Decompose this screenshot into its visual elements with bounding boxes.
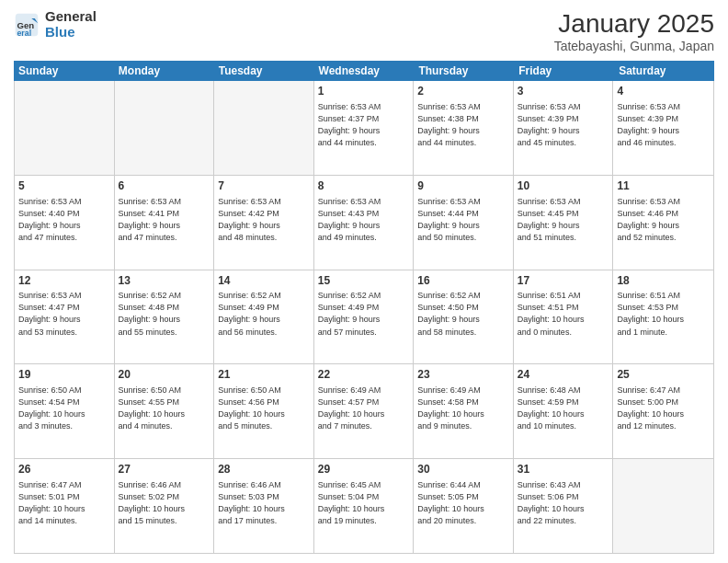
day-number: 28 (218, 462, 310, 477)
day-info: Sunrise: 6:52 AM Sunset: 4:49 PM Dayligh… (218, 290, 310, 338)
cal-cell-4-3: 29Sunrise: 6:45 AM Sunset: 5:04 PM Dayli… (314, 459, 415, 553)
day-info: Sunrise: 6:52 AM Sunset: 4:50 PM Dayligh… (417, 290, 509, 338)
cal-cell-4-1: 27Sunrise: 6:46 AM Sunset: 5:02 PM Dayli… (115, 459, 215, 553)
day-number: 22 (318, 367, 410, 383)
day-number: 4 (617, 84, 710, 99)
week-row-1: 5Sunrise: 6:53 AM Sunset: 4:40 PM Daylig… (15, 176, 713, 270)
day-info: Sunrise: 6:53 AM Sunset: 4:40 PM Dayligh… (18, 196, 110, 244)
day-number: 7 (218, 178, 310, 194)
day-info: Sunrise: 6:53 AM Sunset: 4:43 PM Dayligh… (318, 196, 410, 244)
day-info: Sunrise: 6:46 AM Sunset: 5:03 PM Dayligh… (218, 479, 310, 527)
day-number: 2 (417, 84, 509, 99)
day-info: Sunrise: 6:53 AM Sunset: 4:47 PM Dayligh… (18, 290, 110, 338)
day-number: 12 (18, 273, 110, 289)
day-number: 13 (119, 273, 210, 289)
day-info: Sunrise: 6:47 AM Sunset: 5:00 PM Dayligh… (617, 385, 710, 432)
cal-cell-4-4: 30Sunrise: 6:44 AM Sunset: 5:05 PM Dayli… (414, 459, 514, 553)
cal-cell-2-4: 16Sunrise: 6:52 AM Sunset: 4:50 PM Dayli… (414, 270, 514, 364)
day-number: 16 (417, 273, 509, 289)
cal-cell-1-6: 11Sunrise: 6:53 AM Sunset: 4:46 PM Dayli… (613, 176, 713, 270)
logo-blue: Blue (45, 25, 97, 40)
day-header-monday: Monday (114, 61, 214, 81)
day-header-friday: Friday (514, 61, 614, 81)
day-info: Sunrise: 6:52 AM Sunset: 4:48 PM Dayligh… (119, 290, 210, 338)
day-info: Sunrise: 6:49 AM Sunset: 4:57 PM Dayligh… (318, 385, 410, 432)
day-number: 5 (18, 178, 110, 194)
cal-cell-0-4: 2Sunrise: 6:53 AM Sunset: 4:38 PM Daylig… (414, 81, 514, 175)
cal-cell-3-0: 19Sunrise: 6:50 AM Sunset: 4:54 PM Dayli… (15, 364, 115, 458)
day-info: Sunrise: 6:53 AM Sunset: 4:39 PM Dayligh… (617, 101, 710, 149)
day-number: 23 (417, 367, 509, 383)
day-number: 8 (318, 178, 410, 194)
cal-cell-1-3: 8Sunrise: 6:53 AM Sunset: 4:43 PM Daylig… (314, 176, 415, 270)
cal-cell-2-0: 12Sunrise: 6:53 AM Sunset: 4:47 PM Dayli… (15, 270, 115, 364)
calendar: SundayMondayTuesdayWednesdayThursdayFrid… (14, 61, 714, 554)
cal-cell-2-2: 14Sunrise: 6:52 AM Sunset: 4:49 PM Dayli… (214, 270, 314, 364)
week-row-2: 12Sunrise: 6:53 AM Sunset: 4:47 PM Dayli… (15, 270, 713, 365)
day-info: Sunrise: 6:53 AM Sunset: 4:37 PM Dayligh… (318, 101, 410, 149)
day-number: 18 (617, 273, 710, 289)
day-number: 1 (318, 84, 410, 99)
day-number: 19 (18, 367, 110, 383)
cal-cell-2-3: 15Sunrise: 6:52 AM Sunset: 4:49 PM Dayli… (314, 270, 415, 364)
day-number: 25 (617, 367, 710, 383)
day-number: 17 (518, 273, 609, 289)
day-info: Sunrise: 6:53 AM Sunset: 4:39 PM Dayligh… (518, 101, 609, 149)
day-info: Sunrise: 6:44 AM Sunset: 5:05 PM Dayligh… (417, 479, 509, 527)
day-header-wednesday: Wednesday (314, 61, 415, 81)
day-info: Sunrise: 6:48 AM Sunset: 4:59 PM Dayligh… (518, 385, 609, 432)
cal-cell-1-2: 7Sunrise: 6:53 AM Sunset: 4:42 PM Daylig… (214, 176, 314, 270)
day-header-sunday: Sunday (14, 61, 114, 81)
cal-cell-1-1: 6Sunrise: 6:53 AM Sunset: 4:41 PM Daylig… (115, 176, 215, 270)
day-info: Sunrise: 6:45 AM Sunset: 5:04 PM Dayligh… (318, 479, 410, 527)
cal-cell-4-0: 26Sunrise: 6:47 AM Sunset: 5:01 PM Dayli… (15, 459, 115, 553)
cal-cell-1-0: 5Sunrise: 6:53 AM Sunset: 4:40 PM Daylig… (15, 176, 115, 270)
day-info: Sunrise: 6:53 AM Sunset: 4:44 PM Dayligh… (417, 196, 509, 244)
day-header-saturday: Saturday (614, 61, 714, 81)
cal-cell-3-1: 20Sunrise: 6:50 AM Sunset: 4:55 PM Dayli… (115, 364, 215, 458)
cal-cell-3-3: 22Sunrise: 6:49 AM Sunset: 4:57 PM Dayli… (314, 364, 415, 458)
week-row-3: 19Sunrise: 6:50 AM Sunset: 4:54 PM Dayli… (15, 364, 713, 459)
day-number: 14 (218, 273, 310, 289)
day-info: Sunrise: 6:53 AM Sunset: 4:41 PM Dayligh… (119, 196, 210, 244)
month-title: January 2025 (554, 9, 714, 39)
cal-cell-1-5: 10Sunrise: 6:53 AM Sunset: 4:45 PM Dayli… (514, 176, 614, 270)
day-info: Sunrise: 6:53 AM Sunset: 4:46 PM Dayligh… (617, 196, 710, 244)
day-header-thursday: Thursday (414, 61, 514, 81)
cal-cell-3-4: 23Sunrise: 6:49 AM Sunset: 4:58 PM Dayli… (414, 364, 514, 458)
cal-cell-0-2 (214, 81, 314, 175)
day-number: 15 (318, 273, 410, 289)
cal-cell-3-6: 25Sunrise: 6:47 AM Sunset: 5:00 PM Dayli… (613, 364, 713, 458)
day-info: Sunrise: 6:51 AM Sunset: 4:51 PM Dayligh… (518, 290, 609, 338)
day-number: 10 (518, 178, 609, 194)
day-info: Sunrise: 6:50 AM Sunset: 4:54 PM Dayligh… (18, 385, 110, 432)
day-number: 6 (119, 178, 210, 194)
day-info: Sunrise: 6:49 AM Sunset: 4:58 PM Dayligh… (417, 385, 509, 432)
logo-text: General Blue (45, 9, 97, 40)
location: Tatebayashi, Gunma, Japan (554, 39, 714, 53)
cal-cell-1-4: 9Sunrise: 6:53 AM Sunset: 4:44 PM Daylig… (414, 176, 514, 270)
calendar-body-border: 1Sunrise: 6:53 AM Sunset: 4:37 PM Daylig… (14, 81, 714, 554)
day-info: Sunrise: 6:43 AM Sunset: 5:06 PM Dayligh… (518, 479, 609, 527)
title-block: January 2025 Tatebayashi, Gunma, Japan (554, 9, 714, 53)
day-number: 24 (518, 367, 609, 383)
day-info: Sunrise: 6:53 AM Sunset: 4:38 PM Dayligh… (417, 101, 509, 149)
day-info: Sunrise: 6:50 AM Sunset: 4:55 PM Dayligh… (119, 385, 210, 432)
day-number: 20 (119, 367, 210, 383)
week-row-4: 26Sunrise: 6:47 AM Sunset: 5:01 PM Dayli… (15, 459, 713, 553)
day-header-tuesday: Tuesday (214, 61, 314, 81)
logo-general: General (45, 9, 97, 25)
day-number: 29 (318, 462, 410, 477)
day-number: 11 (617, 178, 710, 194)
day-number: 31 (518, 462, 609, 477)
day-info: Sunrise: 6:46 AM Sunset: 5:02 PM Dayligh… (119, 479, 210, 527)
day-info: Sunrise: 6:53 AM Sunset: 4:42 PM Dayligh… (218, 196, 310, 244)
cal-cell-2-1: 13Sunrise: 6:52 AM Sunset: 4:48 PM Dayli… (115, 270, 215, 364)
cal-cell-4-6 (613, 459, 713, 553)
cal-cell-3-2: 21Sunrise: 6:50 AM Sunset: 4:56 PM Dayli… (214, 364, 314, 458)
day-number: 3 (518, 84, 609, 99)
day-number: 30 (417, 462, 509, 477)
day-info: Sunrise: 6:53 AM Sunset: 4:45 PM Dayligh… (518, 196, 609, 244)
cal-cell-4-5: 31Sunrise: 6:43 AM Sunset: 5:06 PM Dayli… (514, 459, 614, 553)
page-container: Gen eral General Blue January 2025 Tateb… (0, 0, 728, 563)
